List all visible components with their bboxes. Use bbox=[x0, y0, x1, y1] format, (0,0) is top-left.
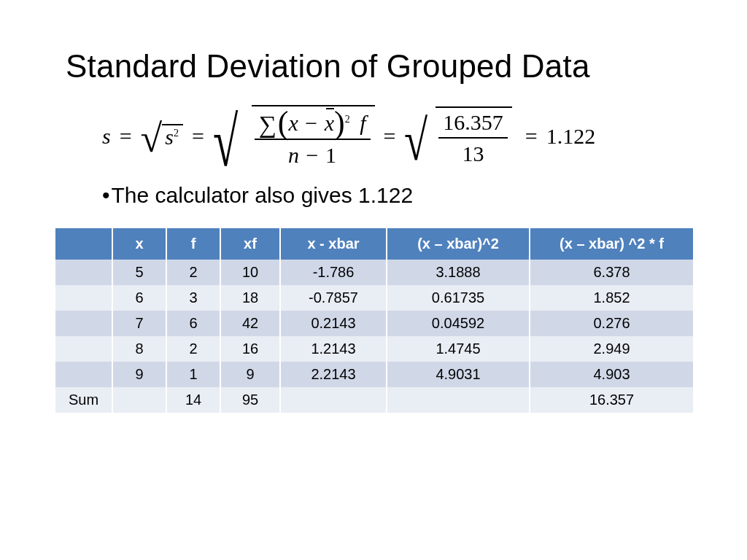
formula-s: s bbox=[102, 125, 111, 147]
equals-3: = bbox=[382, 125, 398, 147]
formula-result: 1.122 bbox=[546, 125, 596, 147]
radical-2-icon: √ bbox=[213, 125, 238, 160]
radical-1-icon: √ bbox=[141, 127, 163, 150]
sqrt-s-squared: √ s2 bbox=[141, 124, 183, 148]
bullet-line: •The calculator also gives 1.122 bbox=[102, 183, 696, 208]
sqrt-main: √ ∑(x − x)2 f n − 1 bbox=[213, 105, 375, 167]
equals-2: = bbox=[190, 125, 206, 147]
table-row-sum: Sum 14 95 16.357 bbox=[55, 387, 693, 413]
bullet-icon: • bbox=[102, 183, 110, 207]
main-fraction: ∑(x − x)2 f n − 1 bbox=[255, 109, 371, 167]
table-row: 9 1 9 2.2143 4.9031 4.903 bbox=[55, 362, 693, 387]
equals-1: = bbox=[118, 125, 133, 147]
th-sqf: (x – xbar) ^2 * f bbox=[530, 228, 693, 260]
formula: s = √ s2 = √ ∑(x − x)2 f n bbox=[102, 105, 696, 167]
radical-3-icon: √ bbox=[404, 126, 427, 155]
numeric-fraction: 16.357 13 bbox=[438, 110, 508, 166]
sqrt-numeric: √ 16.357 13 bbox=[404, 106, 511, 166]
th-xmxbar: x - xbar bbox=[280, 228, 387, 260]
table-row: 8 2 16 1.2143 1.4745 2.949 bbox=[55, 336, 693, 362]
table-header-row: x f xf x - xbar (x – xbar)^2 (x – xbar) … bbox=[55, 228, 693, 260]
slide: { "title": "Standard Deviation of Groupe… bbox=[0, 0, 747, 560]
sigma-icon: ∑ bbox=[259, 111, 276, 138]
bullet-text: The calculator also gives 1.122 bbox=[112, 183, 414, 207]
th-sq: (x – xbar)^2 bbox=[387, 228, 530, 260]
equals-4: = bbox=[524, 125, 539, 147]
data-table: x f xf x - xbar (x – xbar)^2 (x – xbar) … bbox=[55, 228, 693, 413]
table-row: 5 2 10 -1.786 3.1888 6.378 bbox=[55, 260, 693, 285]
th-xf: xf bbox=[220, 228, 280, 260]
th-x: x bbox=[112, 228, 166, 260]
x-bar: x bbox=[325, 111, 334, 135]
table-row: 6 3 18 -0.7857 0.61735 1.852 bbox=[55, 285, 693, 311]
table-row: 7 6 42 0.2143 0.04592 0.276 bbox=[55, 311, 693, 336]
slide-title: Standard Deviation of Grouped Data bbox=[66, 48, 696, 85]
th-f: f bbox=[166, 228, 220, 260]
th-blank bbox=[55, 228, 112, 260]
